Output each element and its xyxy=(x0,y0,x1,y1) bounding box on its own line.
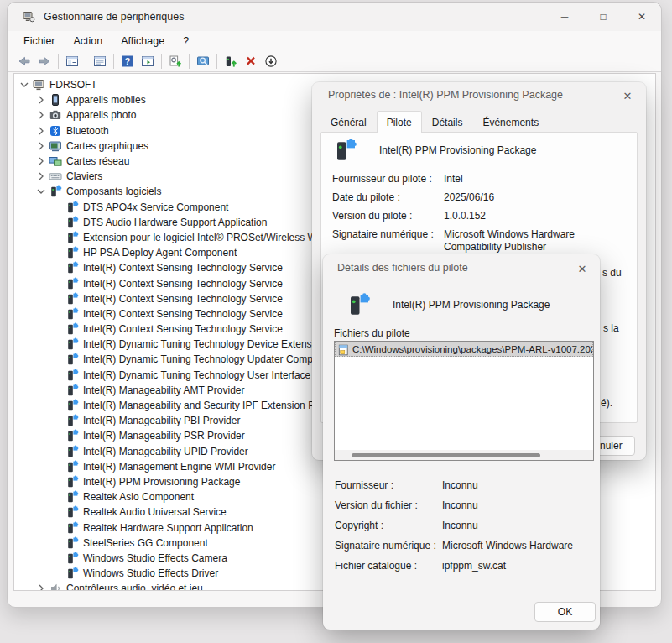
field-row: Version du pilote :1.0.0.152 xyxy=(332,210,634,222)
horizontal-scrollbar[interactable] xyxy=(335,450,593,460)
console-tree-icon[interactable] xyxy=(62,52,82,71)
chevron-down-icon[interactable] xyxy=(33,184,49,199)
tree-item-label: Intel(R) Manageability AMT Provider xyxy=(83,384,245,396)
tree-item-label: Intel(R) Dynamic Tuning Technology User … xyxy=(83,369,326,381)
update-driver-icon[interactable] xyxy=(221,52,241,71)
scrollbar-thumb[interactable] xyxy=(352,453,540,457)
scan-hardware-icon[interactable] xyxy=(165,52,185,71)
close-icon[interactable]: ✕ xyxy=(620,88,635,103)
display-adapter-icon xyxy=(49,139,62,153)
field-row: Signataire numérique :Microsoft Windows … xyxy=(335,540,586,552)
chevron-spacer xyxy=(49,474,65,489)
software-component-icon xyxy=(65,521,79,535)
keyboard-icon xyxy=(49,170,62,183)
tab-événements[interactable]: Événements xyxy=(472,112,549,133)
device-name: Intel(R) PPM Provisioning Package xyxy=(393,299,550,311)
chevron-right-icon[interactable] xyxy=(33,92,49,107)
device-name: Intel(R) PPM Provisioning Package xyxy=(379,144,536,156)
field-row: Fournisseur :Inconnu xyxy=(335,479,586,492)
tree-item-label: Intel(R) Context Sensing Technology Serv… xyxy=(83,323,283,335)
minimize-icon[interactable]: ─ xyxy=(545,3,584,31)
tab-général[interactable]: Général xyxy=(320,112,377,133)
field-value: Inconnu xyxy=(442,479,478,492)
field-row: Copyright :Inconnu xyxy=(335,520,586,532)
tree-item-label: Realtek Asio Component xyxy=(83,491,194,503)
tree-item-label: HP PSA Deploy Agent Component xyxy=(83,247,237,259)
search-computer-icon[interactable] xyxy=(193,52,213,71)
toolbar: ? xyxy=(8,50,661,72)
tree-item-label: Intel(R) Manageability and Security IPF … xyxy=(83,400,329,411)
tree-item-label: Cartes réseau xyxy=(66,155,129,167)
software-component-icon xyxy=(65,337,79,351)
field-label: Date du pilote : xyxy=(332,191,444,204)
clipped-text-fragment: s du xyxy=(602,267,622,279)
chevron-spacer xyxy=(49,428,65,443)
chevron-right-icon[interactable] xyxy=(33,139,49,154)
field-value: Microsoft Windows Hardware Compatibility… xyxy=(444,228,633,254)
menu-fichier[interactable]: Fichier xyxy=(14,33,65,50)
field-value: Microsoft Windows Hardware xyxy=(442,540,573,552)
close-icon[interactable]: ✕ xyxy=(575,261,590,276)
field-label: Version du fichier : xyxy=(335,499,442,512)
tree-item-label: DTS Audio Hardware Support Application xyxy=(83,217,267,228)
chevron-right-icon[interactable] xyxy=(33,123,49,139)
chevron-spacer xyxy=(49,200,65,215)
menu-affichage[interactable]: Affichage xyxy=(112,33,174,50)
chevron-right-icon[interactable] xyxy=(33,581,49,591)
chevron-spacer xyxy=(49,398,65,413)
chevron-spacer xyxy=(49,444,65,459)
toolbar-separator xyxy=(161,54,162,69)
tab-pilote[interactable]: Pilote xyxy=(377,111,422,133)
forward-icon[interactable] xyxy=(34,52,55,71)
chevron-spacer xyxy=(49,413,65,428)
back-icon[interactable] xyxy=(14,52,34,71)
menu-action[interactable]: Action xyxy=(65,33,112,50)
driver-files-list[interactable]: C:\Windows\provisioning\packages\PPM-ARL… xyxy=(334,341,594,461)
software-component-icon xyxy=(65,445,79,458)
chevron-right-icon[interactable] xyxy=(33,107,49,123)
maximize-icon[interactable]: □ xyxy=(584,3,623,31)
tree-item-label: Windows Studio Effects Camera xyxy=(83,552,227,564)
computer-icon xyxy=(32,78,45,91)
chevron-right-icon[interactable] xyxy=(33,154,49,169)
tab-détails[interactable]: Détails xyxy=(422,112,473,133)
chevron-down-icon[interactable] xyxy=(16,77,32,92)
driver-file-item[interactable]: C:\Windows\provisioning\packages\PPM-ARL… xyxy=(335,342,593,357)
software-component-icon xyxy=(65,307,79,321)
properties-icon[interactable] xyxy=(90,52,110,71)
field-label: Fournisseur du pilote : xyxy=(332,173,444,186)
software-component-icon xyxy=(65,277,79,290)
field-value: Inconnu xyxy=(442,499,478,512)
menu-bar: FichierActionAffichage? xyxy=(8,31,661,50)
action-pane-icon[interactable] xyxy=(138,52,158,71)
field-value: 2025/06/16 xyxy=(444,191,494,204)
field-value: ipfppm_sw.cat xyxy=(442,560,506,572)
chevron-right-icon[interactable] xyxy=(33,169,49,184)
field-value: Inconnu xyxy=(442,520,478,532)
chevron-spacer xyxy=(49,276,65,291)
tree-item-label: Intel(R) Dynamic Tuning Technology Devic… xyxy=(83,338,326,350)
field-row: Fichier catalogue :ipfppm_sw.cat xyxy=(335,560,586,572)
tree-item-label: Intel(R) Management Engine WMI Provider xyxy=(83,461,275,473)
device-header: Intel(R) PPM Provisioning Package xyxy=(332,138,536,163)
toolbar-separator xyxy=(113,54,114,69)
chevron-spacer xyxy=(49,337,65,352)
software-component-icon xyxy=(65,429,79,442)
software-component-icon xyxy=(65,399,79,412)
software-component-icon xyxy=(65,201,79,214)
disable-icon[interactable] xyxy=(261,52,281,71)
software-component-icon xyxy=(65,231,79,244)
camera-icon xyxy=(49,108,62,122)
file-fields: Fournisseur :InconnuVersion du fichier :… xyxy=(335,479,586,580)
menu-?[interactable]: ? xyxy=(174,33,198,50)
close-icon[interactable]: ✕ xyxy=(623,3,661,31)
field-label: Version du pilote : xyxy=(332,210,444,222)
ok-button[interactable]: OK xyxy=(534,602,596,622)
software-component-icon xyxy=(65,567,79,580)
software-component-icon xyxy=(65,216,79,229)
title-bar[interactable]: Gestionnaire de périphériques ─ □ ✕ xyxy=(8,3,661,31)
properties-tabs: GénéralPiloteDétailsÉvénements xyxy=(320,112,549,133)
uninstall-icon[interactable] xyxy=(241,52,261,71)
help-icon[interactable]: ? xyxy=(117,52,138,71)
driver-fields: Fournisseur du pilote :IntelDate du pilo… xyxy=(332,173,634,259)
